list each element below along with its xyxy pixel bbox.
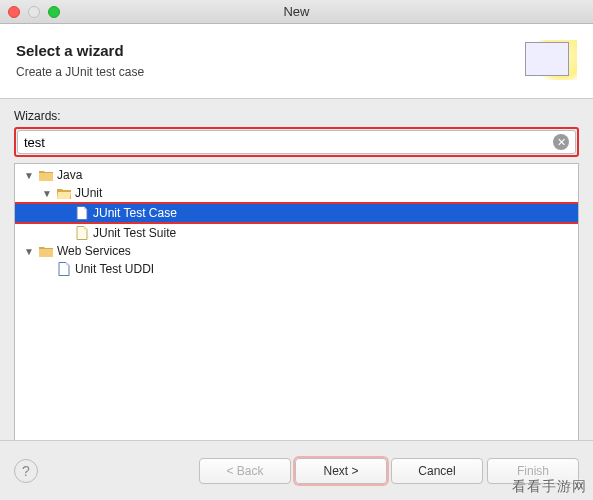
window-title: New — [0, 4, 593, 19]
tree-label: Java — [57, 168, 82, 182]
help-button[interactable]: ? — [14, 459, 38, 483]
wizard-banner-icon — [521, 36, 577, 84]
wizard-heading: Select a wizard — [16, 42, 144, 59]
tree-label: Unit Test UDDI — [75, 262, 154, 276]
help-icon: ? — [22, 463, 30, 479]
disclosure-triangle-icon[interactable]: ▼ — [23, 170, 35, 181]
tree-item-java[interactable]: ▼ Java — [15, 166, 578, 184]
next-button[interactable]: Next > — [295, 458, 387, 484]
wizards-label: Wizards: — [14, 109, 579, 123]
file-icon — [74, 205, 90, 221]
tree-label: JUnit — [75, 186, 102, 200]
tree-item-junit-test-suite[interactable]: JUnit Test Suite — [15, 224, 578, 242]
tree-item-web-services[interactable]: ▼ Web Services — [15, 242, 578, 260]
folder-icon — [38, 243, 54, 259]
clear-search-icon[interactable]: ✕ — [553, 134, 569, 150]
watermark-text: 看看手游网 — [512, 478, 587, 496]
selection-highlight: JUnit Test Case — [14, 202, 579, 224]
search-field: ✕ — [17, 130, 576, 154]
disclosure-triangle-icon[interactable]: ▼ — [23, 246, 35, 257]
tree-item-junit[interactable]: ▼ JUnit — [15, 184, 578, 202]
folder-icon — [38, 167, 54, 183]
wizard-header: Select a wizard Create a JUnit test case — [0, 24, 593, 99]
disclosure-triangle-icon[interactable]: ▼ — [41, 188, 53, 199]
tree-label: JUnit Test Suite — [93, 226, 176, 240]
dialog-footer: ? < Back Next > Cancel Finish — [0, 440, 593, 500]
wizard-subheading: Create a JUnit test case — [16, 65, 144, 79]
tree-item-junit-test-case[interactable]: JUnit Test Case — [15, 204, 578, 222]
tree-label: JUnit Test Case — [93, 206, 177, 220]
titlebar: New — [0, 0, 593, 24]
wizard-tree[interactable]: ▼ Java ▼ JUnit JUnit Test Case JUnit Tes… — [14, 163, 579, 441]
search-highlight: ✕ — [14, 127, 579, 157]
back-button: < Back — [199, 458, 291, 484]
folder-open-icon — [56, 185, 72, 201]
cancel-button[interactable]: Cancel — [391, 458, 483, 484]
file-icon — [74, 225, 90, 241]
tree-label: Web Services — [57, 244, 131, 258]
search-input[interactable] — [24, 135, 553, 150]
tree-item-unit-test-uddi[interactable]: Unit Test UDDI — [15, 260, 578, 278]
file-icon — [56, 261, 72, 277]
